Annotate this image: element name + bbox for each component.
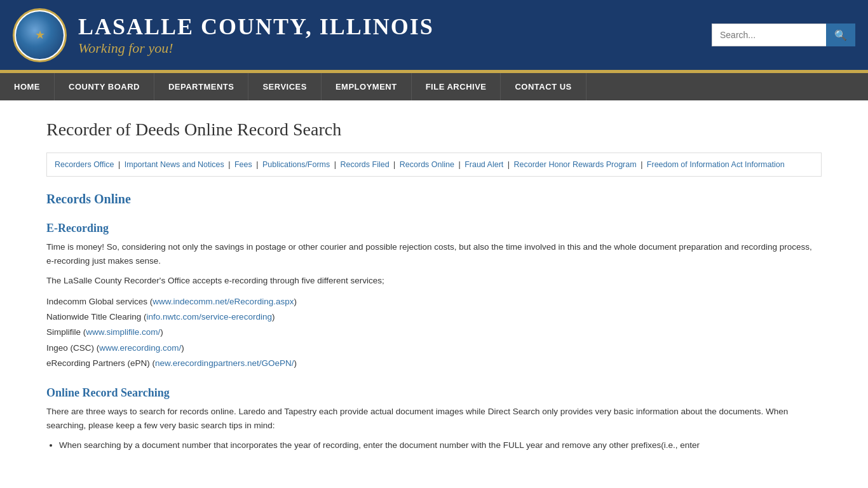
breadcrumb-fees[interactable]: Fees [234, 160, 252, 169]
breadcrumb-honor-rewards[interactable]: Recorder Honor Rewards Program [514, 160, 637, 169]
service-ingeo-link[interactable]: www.erecording.com/ [99, 343, 181, 353]
nav-services[interactable]: SERVICES [248, 73, 322, 100]
service-nationwide-label: Nationwide Title Clearing ( [46, 312, 147, 322]
records-online-heading: Records Online [46, 192, 822, 207]
main-content: Recorder of Deeds Online Record Search R… [34, 100, 834, 478]
search-input[interactable] [712, 24, 826, 46]
nav-employment[interactable]: EMPLOYMENT [322, 73, 412, 100]
main-nav: HOME COUNTY BOARD DEPARTMENTS SERVICES E… [0, 73, 868, 100]
nav-home[interactable]: HOME [0, 73, 55, 100]
service-nationwide-link[interactable]: info.nwtc.com/service-erecording [147, 312, 272, 322]
site-header: LASALLE COUNTY, ILLINOIS Working for you… [0, 0, 868, 70]
service-indecomm-label: Indecomm Global services ( [46, 297, 153, 306]
service-simplifile-link[interactable]: www.simplifile.com/ [86, 327, 160, 337]
service-indecomm-suffix: ) [294, 297, 297, 306]
erecording-para2: The LaSalle County Recorder's Office acc… [46, 274, 822, 288]
header-title-block: LASALLE COUNTY, ILLINOIS Working for you… [78, 13, 434, 57]
service-epn: eRecording Partners (ePN) (new.erecordin… [46, 356, 822, 371]
county-logo [13, 8, 67, 62]
service-simplifile-label: Simplifile ( [46, 327, 86, 337]
service-epn-label: eRecording Partners (ePN) ( [46, 358, 155, 368]
breadcrumb-records-online[interactable]: Records Online [400, 160, 454, 169]
breadcrumb-records-filed[interactable]: Records Filed [340, 160, 389, 169]
county-tagline: Working for you! [78, 40, 434, 57]
nav-contact-us[interactable]: CONTACT US [501, 73, 586, 100]
erecording-heading: E-Recording [46, 222, 822, 235]
header-branding: LASALLE COUNTY, ILLINOIS Working for you… [13, 8, 434, 62]
search-button[interactable]: 🔍 [826, 24, 855, 46]
service-epn-suffix: ) [294, 358, 297, 368]
service-ingeo-suffix: ) [181, 343, 184, 353]
erecording-para1: Time is money! So, considering not only … [46, 240, 822, 268]
service-nationwide: Nationwide Title Clearing (info.nwtc.com… [46, 309, 822, 325]
logo-emblem [16, 11, 64, 59]
service-nationwide-suffix: ) [272, 312, 275, 322]
nav-file-archive[interactable]: FILE ARCHIVE [412, 73, 501, 100]
online-search-bullet: When searching by a document number that… [59, 438, 822, 452]
service-simplifile: Simplifile (www.simplifile.com/) [46, 325, 822, 340]
nav-departments[interactable]: DEPARTMENTS [154, 73, 248, 100]
breadcrumb-recorders-office[interactable]: Recorders Office [55, 160, 114, 169]
breadcrumb-foia[interactable]: Freedom of Information Act Information [647, 160, 785, 169]
search-area: 🔍 [712, 24, 855, 46]
county-name: LASALLE COUNTY, ILLINOIS [78, 13, 434, 40]
online-search-heading: Online Record Searching [46, 386, 822, 400]
breadcrumb-bar: Recorders Office | Important News and No… [46, 152, 822, 177]
breadcrumb-important-news[interactable]: Important News and Notices [125, 160, 224, 169]
online-search-para1: There are three ways to search for recor… [46, 405, 822, 432]
service-simplifile-suffix: ) [160, 327, 163, 337]
service-list: Indecomm Global services (www.indecomm.n… [46, 294, 822, 371]
service-indecomm-link[interactable]: www.indecomm.net/eRecording.aspx [153, 297, 294, 306]
breadcrumb-fraud-alert[interactable]: Fraud Alert [465, 160, 503, 169]
records-online-section: Records Online [46, 192, 822, 207]
service-ingeo-label: Ingeo (CSC) ( [46, 343, 99, 353]
service-epn-link[interactable]: new.erecordingpartners.net/GOePN/ [155, 358, 294, 368]
page-title: Recorder of Deeds Online Record Search [46, 119, 822, 140]
service-indecomm: Indecomm Global services (www.indecomm.n… [46, 294, 822, 309]
breadcrumb-publications-forms[interactable]: Publications/Forms [262, 160, 330, 169]
nav-county-board[interactable]: COUNTY BOARD [55, 73, 154, 100]
service-ingeo: Ingeo (CSC) (www.erecording.com/) [46, 341, 822, 356]
